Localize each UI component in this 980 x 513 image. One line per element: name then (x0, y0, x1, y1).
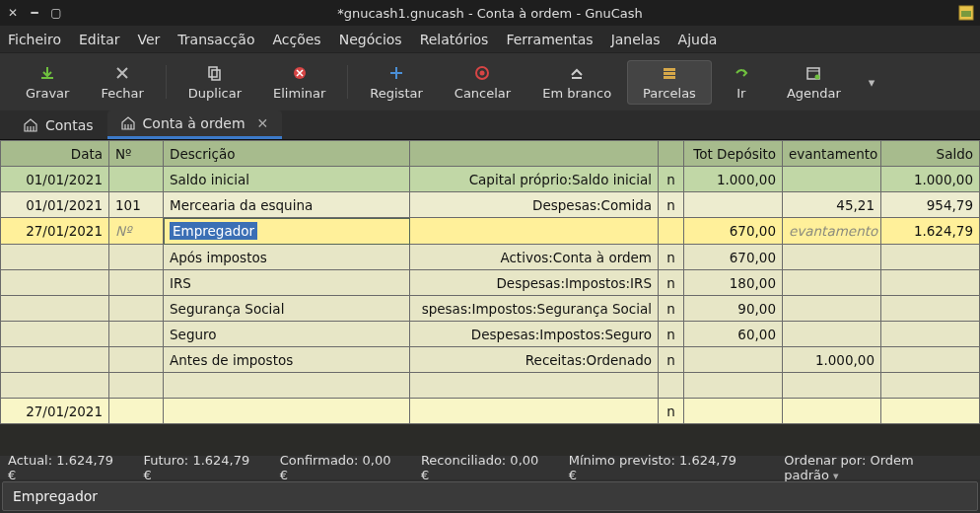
cell[interactable]: 1.000,00 (881, 167, 980, 192)
cell[interactable]: Seguro (164, 322, 410, 347)
toolbar-cancelar[interactable]: Cancelar (439, 60, 526, 105)
toolbar-fechar[interactable]: Fechar (85, 60, 159, 105)
cell[interactable]: Capital próprio:Saldo inicial (410, 167, 659, 192)
toolbar-ir[interactable]: Ir (712, 60, 771, 105)
cell[interactable] (783, 296, 881, 322)
cell[interactable] (881, 347, 980, 373)
summary-ordenar[interactable]: Ordenar por: Ordem padrão▾ (784, 453, 972, 482)
cell[interactable] (881, 373, 980, 399)
cell[interactable] (109, 245, 164, 270)
wm-minimize-icon[interactable]: ━ (28, 6, 41, 20)
toolbar-gravar[interactable]: Gravar (10, 60, 85, 105)
cell[interactable] (109, 296, 164, 322)
cell[interactable] (109, 347, 164, 373)
cell[interactable]: n (659, 296, 684, 322)
menu-ficheiro[interactable]: Ficheiro (8, 32, 61, 47)
table-row[interactable] (1, 373, 980, 399)
table-row[interactable]: 27/01/2021n (1, 399, 980, 424)
cell[interactable]: 670,00 (684, 218, 783, 245)
tab-close-icon[interactable]: ✕ (257, 115, 269, 131)
cell[interactable]: 954,79 (881, 192, 980, 218)
cell[interactable]: 45,21 (783, 192, 881, 218)
table-row[interactable]: SeguroDespesas:Impostos:Seguron60,00 (1, 322, 980, 347)
cell[interactable]: Empregador (164, 218, 410, 245)
cell[interactable] (1, 322, 109, 347)
menu-transaccao[interactable]: Transacção (177, 32, 254, 47)
cell[interactable]: IRS (164, 270, 410, 296)
cell[interactable] (881, 270, 980, 296)
cell[interactable] (164, 399, 410, 424)
cell[interactable] (881, 399, 980, 424)
cell[interactable]: Mercearia da esquina (164, 192, 410, 218)
cell[interactable]: n (659, 399, 684, 424)
col-descricao[interactable]: Descrição (164, 141, 410, 167)
cell[interactable] (109, 270, 164, 296)
cell[interactable] (109, 399, 164, 424)
cell[interactable]: Antes de impostos (164, 347, 410, 373)
cell[interactable] (783, 245, 881, 270)
cell[interactable] (881, 245, 980, 270)
cell[interactable] (109, 373, 164, 399)
table-row[interactable]: 01/01/2021101Mercearia da esquinaDespesa… (1, 192, 980, 218)
toolbar-overflow[interactable]: ▾ (861, 75, 883, 90)
cell[interactable]: Após impostos (164, 245, 410, 270)
cell[interactable] (783, 399, 881, 424)
menu-accoes[interactable]: Acções (272, 32, 320, 47)
cell[interactable] (410, 373, 659, 399)
toolbar-agendar[interactable]: Agendar (771, 60, 857, 105)
menu-ajuda[interactable]: Ajuda (678, 32, 718, 47)
cell[interactable] (1, 373, 109, 399)
cell[interactable]: 670,00 (684, 245, 783, 270)
col-deposito[interactable]: Tot Depósito (684, 141, 783, 167)
cell[interactable] (164, 373, 410, 399)
cell[interactable]: n (659, 270, 684, 296)
cell[interactable]: Despesas:Impostos:IRS (410, 270, 659, 296)
col-data[interactable]: Data (1, 141, 109, 167)
cell[interactable] (783, 373, 881, 399)
cell[interactable] (783, 167, 881, 192)
description-entry[interactable]: Empregador (2, 481, 978, 511)
cell[interactable]: evantamento (783, 218, 881, 245)
cell[interactable] (684, 347, 783, 373)
cell[interactable] (1, 296, 109, 322)
cell[interactable]: 01/01/2021 (1, 192, 109, 218)
cell[interactable]: 27/01/2021 (1, 218, 109, 245)
toolbar-duplicar[interactable]: Duplicar (173, 60, 257, 105)
cell[interactable] (410, 399, 659, 424)
cell[interactable]: Activos:Conta à ordem (410, 245, 659, 270)
wm-maximize-icon[interactable]: ▢ (49, 6, 63, 20)
cell[interactable] (109, 322, 164, 347)
col-no[interactable]: Nº (109, 141, 164, 167)
table-row[interactable]: 01/01/2021Saldo inicialCapital próprio:S… (1, 167, 980, 192)
cell[interactable]: spesas:Impostos:Segurança Social (410, 296, 659, 322)
cell[interactable]: 60,00 (684, 322, 783, 347)
cell[interactable]: Segurança Social (164, 296, 410, 322)
cell[interactable]: 101 (109, 192, 164, 218)
cell[interactable]: n (659, 347, 684, 373)
cell[interactable]: 1.624,79 (881, 218, 980, 245)
cell[interactable] (659, 218, 684, 245)
cell[interactable] (783, 270, 881, 296)
cell[interactable]: 1.000,00 (684, 167, 783, 192)
cell[interactable]: n (659, 322, 684, 347)
cell[interactable]: Despesas:Impostos:Seguro (410, 322, 659, 347)
cell[interactable]: 1.000,00 (783, 347, 881, 373)
cell[interactable] (881, 296, 980, 322)
cell[interactable]: 90,00 (684, 296, 783, 322)
cell[interactable] (109, 167, 164, 192)
col-transfer[interactable] (410, 141, 659, 167)
cell[interactable]: 01/01/2021 (1, 167, 109, 192)
table-row[interactable]: Segurança Socialspesas:Impostos:Seguranç… (1, 296, 980, 322)
menu-editar[interactable]: Editar (79, 32, 119, 47)
cell[interactable]: Saldo inicial (164, 167, 410, 192)
wm-close-icon[interactable]: ✕ (6, 6, 20, 20)
menu-ver[interactable]: Ver (137, 32, 160, 47)
col-r[interactable] (659, 141, 684, 167)
menu-ferramentas[interactable]: Ferramentas (506, 32, 593, 47)
cell[interactable] (783, 322, 881, 347)
toolbar-registar[interactable]: Registar (354, 60, 439, 105)
toolbar-embranco[interactable]: Em branco (526, 60, 627, 105)
cell[interactable]: n (659, 245, 684, 270)
cell[interactable] (1, 245, 109, 270)
cell[interactable] (684, 399, 783, 424)
